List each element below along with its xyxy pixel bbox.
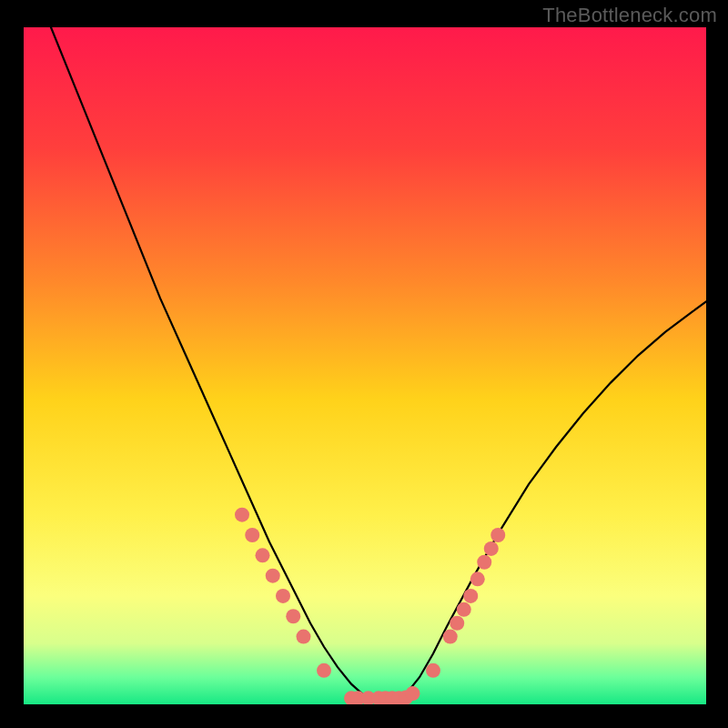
highlight-point <box>286 609 300 623</box>
chart-svg <box>24 27 706 704</box>
highlight-point <box>235 508 249 522</box>
highlight-point <box>450 616 464 631</box>
highlight-point <box>245 528 259 542</box>
highlight-point <box>484 541 499 556</box>
highlight-point <box>406 686 420 701</box>
highlight-point <box>256 548 270 562</box>
highlight-point <box>317 663 331 678</box>
highlight-point <box>297 630 311 644</box>
highlight-point <box>276 589 290 603</box>
highlight-point <box>490 528 505 542</box>
highlight-point <box>477 555 491 570</box>
highlight-point <box>463 589 478 603</box>
highlight-point <box>426 663 440 678</box>
highlight-point <box>457 602 471 617</box>
highlight-point <box>443 630 458 644</box>
gradient-background <box>24 27 706 704</box>
watermark-label: TheBottleneck.com <box>542 4 717 27</box>
plot-area <box>24 27 706 704</box>
highlight-point <box>470 571 485 586</box>
highlight-point <box>266 569 280 583</box>
chart-frame: TheBottleneck.com <box>0 0 728 728</box>
